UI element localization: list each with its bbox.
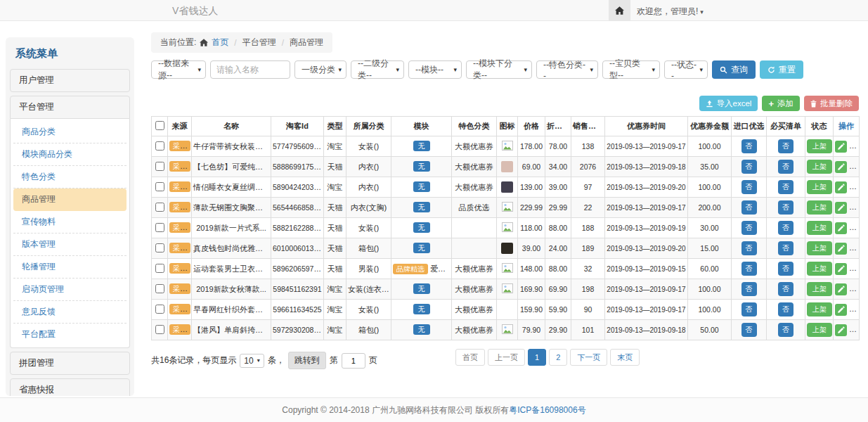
- import-select-toggle[interactable]: 否: [741, 180, 757, 194]
- row-checkbox[interactable]: [155, 162, 164, 171]
- sidebar-item[interactable]: 商品管理: [13, 188, 127, 211]
- import-select-toggle[interactable]: 否: [741, 221, 757, 235]
- status-badge[interactable]: 上架: [807, 139, 832, 153]
- filter-feature-category[interactable]: --特色分类--▾: [536, 60, 598, 79]
- pager-button-2[interactable]: 2: [549, 349, 567, 366]
- must-buy-toggle[interactable]: 否: [778, 180, 793, 194]
- import-select-toggle[interactable]: 否: [741, 282, 757, 296]
- search-button[interactable]: 查询: [712, 60, 756, 79]
- module-badge[interactable]: 品牌精选: [393, 264, 428, 274]
- source-badge[interactable]: 采集: [169, 181, 190, 192]
- edit-button[interactable]: [835, 283, 847, 295]
- module-none-badge[interactable]: 无: [413, 181, 430, 192]
- row-checkbox[interactable]: [155, 182, 164, 191]
- brand-title[interactable]: V省钱达人: [172, 5, 218, 18]
- must-buy-toggle[interactable]: 否: [778, 302, 793, 316]
- row-checkbox[interactable]: [155, 203, 164, 212]
- status-badge[interactable]: 上架: [807, 323, 832, 337]
- must-buy-toggle[interactable]: 否: [778, 221, 793, 235]
- must-buy-toggle[interactable]: 否: [778, 200, 793, 215]
- user-menu[interactable]: 欢迎您，管理员!▾: [637, 6, 704, 18]
- filter-item-type[interactable]: --宝贝类型--▾: [602, 60, 660, 79]
- status-badge[interactable]: 上架: [807, 160, 832, 174]
- must-buy-toggle[interactable]: 否: [778, 160, 793, 174]
- sidebar-item[interactable]: 启动页管理: [13, 279, 127, 301]
- status-badge[interactable]: 上架: [807, 262, 832, 276]
- edit-button[interactable]: [835, 304, 847, 316]
- sidebar-section-header-group-buy-management[interactable]: 拼团管理: [10, 352, 130, 375]
- row-checkbox[interactable]: [155, 223, 164, 232]
- filter-data-source[interactable]: --数据来源--▾: [151, 60, 206, 79]
- module-none-badge[interactable]: 无: [413, 324, 430, 335]
- row-checkbox[interactable]: [155, 305, 164, 314]
- module-none-badge[interactable]: 无: [413, 141, 430, 151]
- edit-button[interactable]: [835, 324, 847, 336]
- breadcrumb-home-link[interactable]: 首页: [212, 37, 228, 49]
- module-none-badge[interactable]: 无: [413, 202, 430, 212]
- module-none-badge[interactable]: 无: [413, 283, 430, 294]
- row-checkbox[interactable]: [155, 243, 164, 252]
- import-select-toggle[interactable]: 否: [741, 302, 757, 316]
- edit-button[interactable]: [835, 181, 847, 193]
- source-badge[interactable]: 采集: [169, 283, 190, 294]
- reset-button[interactable]: 重置: [760, 60, 803, 79]
- batch-delete-button[interactable]: 批量删除: [804, 96, 859, 111]
- import-select-toggle[interactable]: 否: [741, 241, 757, 255]
- add-button[interactable]: + 添加: [762, 96, 800, 111]
- import-select-toggle[interactable]: 否: [741, 323, 757, 337]
- source-badge[interactable]: 采集: [169, 324, 190, 335]
- sidebar-section-header-saving-news[interactable]: 省惠快报: [10, 378, 130, 396]
- edit-button[interactable]: [835, 141, 847, 153]
- must-buy-toggle[interactable]: 否: [778, 241, 793, 255]
- pager-button-1[interactable]: 1: [528, 349, 546, 366]
- must-buy-toggle[interactable]: 否: [778, 282, 793, 296]
- must-buy-toggle[interactable]: 否: [778, 262, 793, 276]
- filter-level2-category[interactable]: --二级分类--▾: [351, 60, 404, 79]
- sidebar-item[interactable]: 平台配置: [13, 324, 127, 345]
- import-select-toggle[interactable]: 否: [741, 262, 757, 276]
- sidebar-item[interactable]: 商品分类: [13, 121, 127, 143]
- row-checkbox[interactable]: [155, 325, 164, 334]
- module-none-badge[interactable]: 无: [413, 161, 430, 172]
- icp-link[interactable]: 粤ICP备16098006号: [509, 404, 585, 416]
- home-button[interactable]: [609, 0, 630, 20]
- edit-button[interactable]: [835, 161, 847, 173]
- row-checkbox[interactable]: [155, 141, 164, 151]
- row-checkbox[interactable]: [155, 264, 164, 273]
- status-badge[interactable]: 上架: [807, 221, 832, 235]
- pager-button-下一页[interactable]: 下一页: [570, 349, 607, 366]
- row-checkbox[interactable]: [155, 284, 164, 293]
- source-badge[interactable]: 采集: [169, 263, 190, 274]
- edit-button[interactable]: [835, 222, 847, 234]
- module-none-badge[interactable]: 无: [413, 222, 430, 233]
- source-badge[interactable]: 采集: [169, 304, 190, 314]
- status-badge[interactable]: 上架: [807, 241, 832, 255]
- import-select-toggle[interactable]: 否: [741, 160, 757, 174]
- edit-button[interactable]: [835, 243, 847, 255]
- status-badge[interactable]: 上架: [807, 302, 832, 316]
- pager-button-首页[interactable]: 首页: [455, 349, 485, 366]
- must-buy-toggle[interactable]: 否: [778, 139, 793, 153]
- source-badge[interactable]: 采集: [169, 141, 190, 151]
- source-badge[interactable]: 采集: [169, 202, 190, 212]
- filter-name-input[interactable]: [210, 60, 290, 79]
- jump-button[interactable]: 跳转到: [288, 352, 326, 369]
- sidebar-item[interactable]: 特色分类: [13, 166, 127, 188]
- filter-status[interactable]: --状态--▾: [664, 60, 708, 79]
- module-none-badge[interactable]: 无: [413, 304, 430, 314]
- filter-level1-category[interactable]: 一级分类▾: [294, 60, 346, 79]
- edit-button[interactable]: [835, 202, 847, 214]
- sidebar-section-header-platform-management[interactable]: 平台管理: [10, 96, 130, 119]
- status-badge[interactable]: 上架: [807, 200, 832, 215]
- import-select-toggle[interactable]: 否: [741, 139, 757, 153]
- sidebar-item[interactable]: 模块商品分类: [13, 143, 127, 166]
- filter-module[interactable]: --模块--▾: [408, 60, 462, 79]
- page-size-select[interactable]: 10▾: [240, 354, 264, 368]
- sidebar-item[interactable]: 意见反馈: [13, 301, 127, 324]
- edit-button[interactable]: [835, 263, 847, 275]
- jump-page-input[interactable]: [342, 353, 365, 369]
- source-badge[interactable]: 采集: [169, 161, 190, 172]
- status-badge[interactable]: 上架: [807, 282, 832, 296]
- pager-button-上一页[interactable]: 上一页: [488, 349, 525, 366]
- sidebar-item[interactable]: 版本管理: [13, 234, 127, 256]
